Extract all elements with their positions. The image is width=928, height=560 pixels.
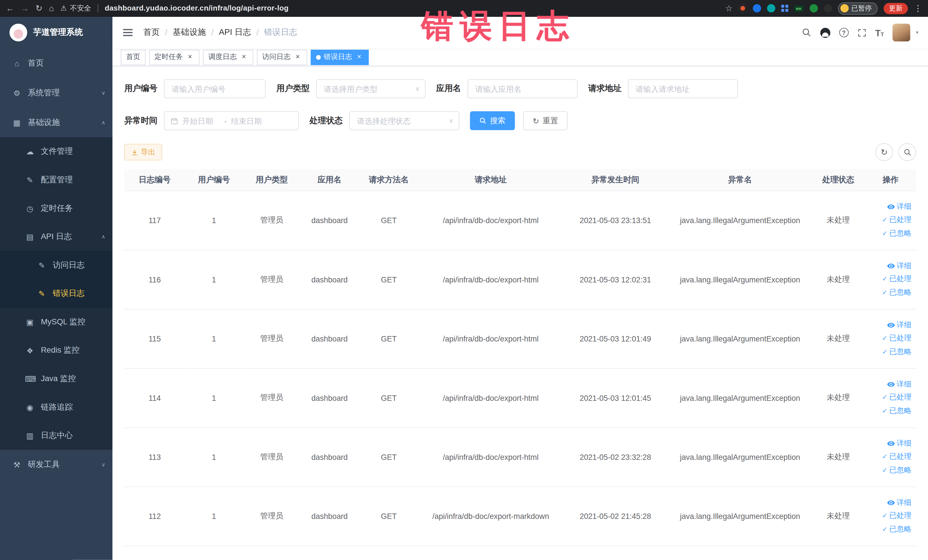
close-tab-icon[interactable]: × (240, 53, 248, 61)
browser-menu-icon[interactable]: ⋮ (914, 3, 922, 13)
action-label: 详细 (897, 438, 911, 449)
app-logo[interactable]: 芋道管理系统 (0, 17, 112, 49)
sidebar-item-system-management[interactable]: ⚙系统管理∨ (0, 78, 112, 108)
breadcrumb-item[interactable]: API 日志 (219, 27, 251, 38)
breadcrumb-item[interactable]: 基础设施 (173, 27, 206, 38)
github-icon[interactable] (820, 27, 830, 37)
action-detail-link[interactable]: 详细 (887, 497, 911, 508)
reload-icon[interactable]: ↻ (35, 3, 42, 13)
action-detail-link[interactable]: 详细 (887, 320, 911, 330)
bookmark-star-icon[interactable]: ☆ (725, 3, 733, 13)
filter-user-type: 用户类型 ∨ (276, 79, 426, 98)
action-detail-link[interactable]: 详细 (887, 202, 911, 212)
sidebar-item-mysql-monitor[interactable]: ▣MySQL 监控 (0, 308, 112, 336)
extension-on-badge[interactable]: on (794, 5, 803, 12)
action-processed-link[interactable]: ✓已处理 (882, 334, 911, 344)
user-type-label: 用户类型 (276, 84, 310, 94)
action-processed-link[interactable]: ✓已处理 (882, 274, 911, 284)
request-url-input[interactable] (628, 79, 738, 98)
action-ignored-link[interactable]: ✓已忽略 (882, 288, 911, 298)
sidebar-item-config-management[interactable]: ✎配置管理 (0, 166, 112, 194)
search-button[interactable]: 搜索 (470, 111, 515, 130)
search-icon[interactable] (802, 28, 811, 37)
refresh-list-button[interactable]: ↻ (875, 143, 893, 161)
help-icon[interactable]: ? (839, 28, 849, 37)
action-detail-link[interactable]: 详细 (887, 438, 911, 449)
toggle-search-button[interactable] (898, 143, 916, 161)
sidebar-item-label: Java 监控 (41, 374, 76, 384)
breadcrumb-separator: / (211, 28, 214, 37)
action-ignored-link[interactable]: ✓已忽略 (882, 228, 911, 238)
check-icon: ✓ (882, 511, 887, 520)
action-ignored-link[interactable]: ✓已忽略 (882, 465, 911, 475)
action-processed-link[interactable]: ✓已处理 (882, 511, 911, 521)
sidebar-item-dev-tools[interactable]: ⚒研发工具∨ (0, 450, 112, 479)
apps-grid-icon[interactable] (781, 5, 788, 12)
cell-exception-time: 2021-05-02 21:45:28 (562, 487, 669, 545)
user-type-select[interactable] (316, 79, 426, 98)
sidebar-item-infrastructure[interactable]: ▦基础设施∧ (0, 108, 112, 137)
column-header: 请求地址 (419, 169, 562, 191)
user-id-input[interactable] (164, 79, 266, 98)
close-tab-icon[interactable]: × (293, 53, 302, 61)
chevron-down-icon[interactable]: ▾ (916, 30, 918, 36)
tab-access-logs[interactable]: 访问日志× (257, 49, 307, 65)
sidebar-item-redis-monitor[interactable]: ❖Redis 监控 (0, 336, 112, 365)
sidebar-item-home[interactable]: ⌂首页 (0, 49, 112, 78)
logo-avatar (9, 24, 27, 41)
action-label: 已处理 (889, 392, 911, 403)
action-ignored-link[interactable]: ✓已忽略 (882, 406, 911, 416)
security-chip[interactable]: ⚠ 不安全 (61, 3, 91, 13)
extension-icon[interactable] (767, 4, 775, 12)
url-text[interactable]: dashboard.yudao.iocoder.cn/infra/log/api… (105, 4, 289, 12)
back-icon[interactable]: ← (6, 3, 14, 13)
tab-home[interactable]: 首页 (121, 49, 145, 65)
close-tab-icon[interactable]: × (186, 53, 194, 61)
date-range-picker[interactable]: - (164, 111, 299, 130)
tab-scheduled-tasks[interactable]: 定时任务× (149, 49, 199, 65)
tab-error-logs[interactable]: 错误日志× (311, 49, 369, 65)
breadcrumb-item[interactable]: 首页 (143, 27, 160, 38)
cell-user-type: 管理员 (243, 309, 301, 368)
hamburger-icon[interactable] (122, 26, 133, 38)
tab-schedule-logs[interactable]: 调度日志× (203, 49, 253, 65)
process-status-label: 处理状态 (310, 116, 343, 126)
close-tab-icon[interactable]: × (355, 53, 363, 61)
extension-icon[interactable] (739, 4, 747, 12)
sidebar-item-api-logs[interactable]: ▤API 日志∧ (0, 223, 112, 251)
app-name-input[interactable] (467, 79, 578, 98)
active-tab-dot (316, 55, 321, 60)
sidebar-item-scheduled-tasks[interactable]: ◷定时任务 (0, 194, 112, 223)
update-button[interactable]: 更新 (884, 3, 908, 14)
row-actions: 详细✓已处理✓已忽略 (868, 320, 913, 357)
end-date-input[interactable] (231, 116, 269, 125)
action-detail-link[interactable]: 详细 (887, 261, 911, 271)
reset-button[interactable]: ↻ 重置 (523, 111, 568, 130)
start-date-input[interactable] (182, 116, 220, 125)
extension-icon[interactable] (753, 4, 761, 12)
fullscreen-icon[interactable] (858, 28, 866, 37)
browser-home-icon[interactable]: ⌂ (49, 3, 54, 13)
font-size-icon[interactable]: TT (875, 28, 884, 37)
extension-icon[interactable] (809, 4, 818, 12)
sidebar-item-java-monitor[interactable]: ⌨Java 监控 (0, 365, 112, 393)
action-processed-link[interactable]: ✓已处理 (882, 215, 911, 225)
paw-extension-icon[interactable] (824, 4, 832, 12)
export-button[interactable]: 导出 (124, 144, 162, 160)
action-ignored-link[interactable]: ✓已忽略 (882, 524, 911, 535)
forward-icon[interactable]: → (21, 3, 29, 13)
sidebar-item-trace[interactable]: ◉链路追踪 (0, 393, 112, 422)
filter-app-name: 应用名 (436, 79, 578, 98)
sidebar-item-error-logs[interactable]: ✎错误日志 (0, 279, 112, 308)
sidebar-item-log-center[interactable]: ▥日志中心 (0, 421, 112, 450)
paused-badge[interactable]: 已暂停 (838, 2, 878, 15)
user-avatar[interactable] (893, 24, 910, 41)
process-status-select[interactable] (349, 111, 459, 130)
sidebar-item-access-logs[interactable]: ✎访问日志 (0, 251, 112, 279)
action-processed-link[interactable]: ✓已处理 (882, 452, 911, 462)
column-header: 异常名 (669, 169, 812, 191)
action-processed-link[interactable]: ✓已处理 (882, 392, 911, 403)
sidebar-item-file-management[interactable]: ☁文件管理 (0, 137, 112, 166)
action-detail-link[interactable]: 详细 (887, 379, 911, 389)
action-ignored-link[interactable]: ✓已忽略 (882, 346, 911, 357)
